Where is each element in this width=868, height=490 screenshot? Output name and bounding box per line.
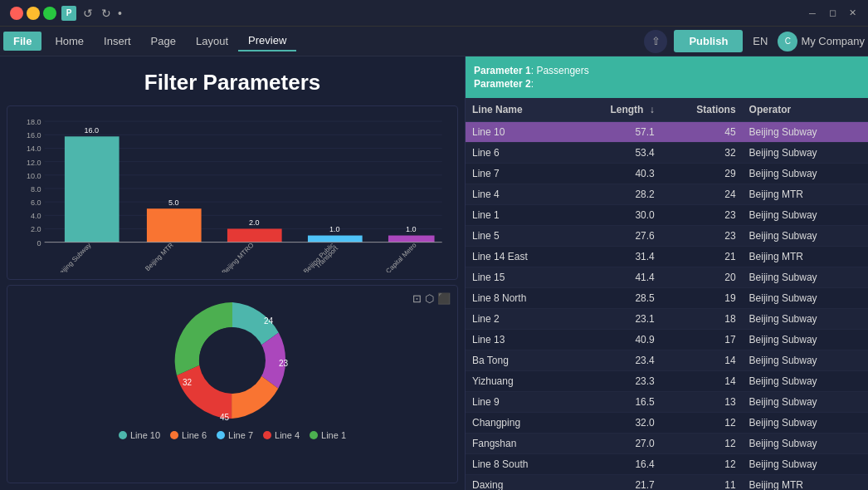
table-row[interactable]: Line 9 16.5 13 Beijing Subway — [466, 392, 868, 413]
table-row[interactable]: Line 6 53.4 32 Beijing Subway — [466, 143, 868, 164]
svg-rect-24 — [227, 228, 282, 242]
svg-text:16.0: 16.0 — [27, 131, 41, 140]
table-row[interactable]: Changping 32.0 12 Beijing Subway — [466, 413, 868, 434]
svg-text:32: 32 — [183, 378, 193, 387]
param1-key: Parameter 1 — [474, 65, 531, 76]
redo-btn[interactable]: ↻ — [100, 7, 113, 20]
cell-stations: 20 — [661, 267, 743, 288]
svg-text:14.0: 14.0 — [27, 145, 41, 153]
legend-item-line7: Line 7 — [217, 430, 253, 440]
svg-text:1.0: 1.0 — [406, 225, 417, 233]
cell-operator: Beijing Subway — [743, 267, 868, 288]
share-button[interactable]: ⇧ — [644, 30, 667, 53]
cell-length: 40.9 — [573, 330, 661, 350]
cell-name: Line 5 — [466, 226, 573, 247]
cell-operator: Beijing Subway — [743, 205, 868, 226]
cell-stations: 14 — [661, 350, 743, 371]
table-row[interactable]: Line 7 40.3 29 Beijing Subway — [466, 164, 868, 184]
menu-file[interactable]: File — [3, 32, 41, 51]
table-row[interactable]: Line 4 28.2 24 Beijing MTR — [466, 184, 868, 205]
svg-rect-22 — [147, 208, 202, 242]
win-close-btn[interactable]: ✕ — [843, 4, 861, 22]
win-minimize-btn[interactable]: ─ — [803, 4, 822, 22]
titlebar-dot: • — [118, 7, 122, 20]
legend-item-line10: Line 10 — [119, 430, 160, 440]
svg-rect-26 — [308, 236, 363, 243]
col-header-length[interactable]: Length ↓ — [573, 98, 661, 122]
legend-dot-line10 — [119, 431, 127, 439]
menu-home[interactable]: Home — [45, 32, 94, 51]
cell-operator: Beijing Subway — [743, 288, 868, 309]
main-content: Filter Parameters 18.0 16.0 14.0 12.0 10… — [0, 56, 868, 490]
svg-text:2.0: 2.0 — [249, 218, 260, 227]
menu-icon[interactable]: ⬛ — [437, 292, 451, 305]
cell-length: 53.4 — [573, 143, 661, 164]
svg-text:Beijing Subway: Beijing Subway — [55, 241, 93, 272]
bar-chart-svg: 18.0 16.0 14.0 12.0 10.0 8.0 6.0 4.0 2.0… — [14, 113, 451, 272]
cell-length: 40.3 — [573, 164, 661, 184]
maximize-btn[interactable] — [43, 7, 56, 20]
table-row[interactable]: Line 15 41.4 20 Beijing Subway — [466, 267, 868, 288]
cell-stations: 45 — [661, 122, 743, 143]
app-icon: P — [61, 6, 76, 21]
table-row[interactable]: Line 2 23.1 18 Beijing Subway — [466, 309, 868, 330]
table-row[interactable]: Line 5 27.6 23 Beijing Subway — [466, 226, 868, 247]
menu-page[interactable]: Page — [141, 32, 186, 51]
legend-dot-line6 — [170, 431, 178, 439]
bar-chart: 18.0 16.0 14.0 12.0 10.0 8.0 6.0 4.0 2.0… — [7, 105, 458, 280]
menubar-right: ⇧ Publish EN C My Company — [644, 30, 865, 53]
win-restore-btn[interactable]: ◻ — [823, 4, 841, 22]
publish-button[interactable]: Publish — [674, 30, 743, 52]
table-row[interactable]: Yizhuang 23.3 14 Beijing Subway — [466, 371, 868, 392]
cell-length: 41.4 — [573, 267, 661, 288]
table-row[interactable]: Line 8 North 28.5 19 Beijing Subway — [466, 288, 868, 309]
svg-text:8.0: 8.0 — [31, 185, 41, 194]
cell-name: Yizhuang — [466, 371, 573, 392]
param2-value: : — [531, 78, 534, 90]
table-row[interactable]: Line 14 East 31.4 21 Beijing MTR — [466, 247, 868, 267]
menu-insert[interactable]: Insert — [94, 32, 141, 51]
legend-item-line4: Line 4 — [263, 430, 300, 440]
language-selector[interactable]: EN — [749, 35, 771, 47]
cell-stations: 29 — [661, 164, 743, 184]
minimize-btn[interactable] — [27, 7, 40, 20]
donut-svg: 24 23 29 32 45 — [141, 294, 324, 427]
filter-icon[interactable]: ⬡ — [425, 292, 434, 305]
cell-operator: Beijing Subway — [743, 164, 868, 184]
menu-layout[interactable]: Layout — [186, 32, 238, 51]
cell-name: Changping — [466, 413, 573, 434]
table-row[interactable]: Line 1 30.0 23 Beijing Subway — [466, 205, 868, 226]
param1-value: : Passengers — [531, 65, 589, 76]
undo-btn[interactable]: ↺ — [81, 7, 95, 20]
expand-icon[interactable]: ⊡ — [412, 292, 422, 305]
cell-operator: Beijing Subway — [743, 454, 868, 475]
table-row[interactable]: Ba Tong 23.4 14 Beijing Subway — [466, 350, 868, 371]
company-menu[interactable]: C My Company — [778, 32, 865, 51]
cell-stations: 23 — [661, 226, 743, 247]
legend-label-line4: Line 4 — [275, 430, 300, 440]
cell-name: Ba Tong — [466, 350, 573, 371]
svg-text:23: 23 — [279, 359, 289, 368]
svg-text:0: 0 — [37, 239, 41, 247]
svg-rect-20 — [65, 136, 119, 242]
cell-stations: 12 — [661, 434, 743, 454]
menu-preview[interactable]: Preview — [238, 31, 296, 51]
cell-name: Line 13 — [466, 330, 573, 350]
table-row[interactable]: Fangshan 27.0 12 Beijing Subway — [466, 434, 868, 454]
cell-length: 30.0 — [573, 205, 661, 226]
table-row[interactable]: Line 10 57.1 45 Beijing Subway — [466, 122, 868, 143]
table-row[interactable]: Line 8 South 16.4 12 Beijing Subway — [466, 454, 868, 475]
table-row[interactable]: Line 13 40.9 17 Beijing Subway — [466, 330, 868, 350]
left-panel: Filter Parameters 18.0 16.0 14.0 12.0 10… — [0, 56, 465, 490]
cell-name: Line 2 — [466, 309, 573, 330]
close-btn[interactable] — [10, 7, 23, 20]
cell-operator: Beijing Subway — [743, 122, 868, 143]
cell-name: Line 7 — [466, 164, 573, 184]
cell-operator: Beijing Subway — [743, 143, 868, 164]
data-table[interactable]: Line Name Length ↓ Stations Operator Lin… — [466, 98, 868, 490]
cell-operator: Beijing Subway — [743, 371, 868, 392]
table-row[interactable]: Daxing 21.7 11 Beijing MTR — [466, 475, 868, 491]
cell-stations: 21 — [661, 247, 743, 267]
svg-text:Beijing MTRO: Beijing MTRO — [221, 242, 256, 272]
cell-length: 23.3 — [573, 371, 661, 392]
